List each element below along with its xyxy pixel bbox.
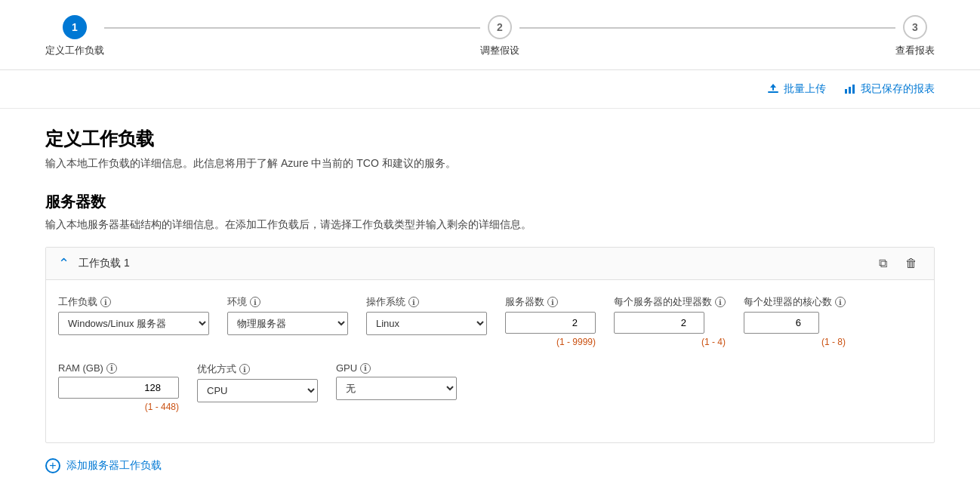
optimize-group: 优化方式 ℹ CPU 内存 存储 bbox=[197, 362, 318, 402]
cores-range: (1 - 8) bbox=[744, 337, 846, 347]
processors-range: (1 - 4) bbox=[614, 337, 726, 347]
environment-select[interactable]: 物理服务器 虚拟机 其他 bbox=[227, 312, 348, 335]
workload-name: 工作负载 1 bbox=[79, 257, 865, 270]
gpu-select[interactable]: 无 有 bbox=[336, 377, 457, 400]
step-2-label: 调整假设 bbox=[480, 44, 519, 57]
svg-rect-0 bbox=[768, 91, 778, 93]
svg-rect-4 bbox=[849, 87, 851, 94]
ram-range: (1 - 448) bbox=[58, 402, 179, 412]
optimize-select[interactable]: CPU 内存 存储 bbox=[197, 379, 318, 402]
server-count-input[interactable] bbox=[505, 312, 596, 334]
optimize-label: 优化方式 ℹ bbox=[197, 362, 318, 376]
svg-rect-5 bbox=[852, 85, 855, 94]
main-content: 定义工作负载 输入本地工作负载的详细信息。此信息将用于了解 Azure 中当前的… bbox=[0, 109, 980, 491]
os-select[interactable]: Linux Windows 混合 bbox=[366, 312, 487, 335]
ram-group: RAM (GB) ℹ (1 - 448) bbox=[58, 362, 179, 412]
delete-workload-button[interactable]: 🗑 bbox=[901, 255, 922, 272]
step-3-circle: 3 bbox=[903, 15, 927, 39]
workload-type-select[interactable]: Windows/Linux 服务器 Windows 服务器 Linux 服务器 … bbox=[58, 312, 209, 335]
server-count-group: 服务器数 ℹ (1 - 9999) bbox=[505, 295, 596, 347]
server-count-range: (1 - 9999) bbox=[505, 337, 596, 347]
os-label: 操作系统 ℹ bbox=[366, 295, 487, 309]
add-workload-button[interactable]: + 添加服务器工作负载 bbox=[45, 458, 162, 473]
ram-input[interactable] bbox=[58, 377, 179, 399]
step-line-1 bbox=[104, 27, 480, 29]
step-line-2 bbox=[519, 27, 895, 29]
page-description: 输入本地工作负载的详细信息。此信息将用于了解 Azure 中当前的 TCO 和建… bbox=[45, 157, 935, 171]
svg-marker-2 bbox=[770, 84, 776, 88]
os-info-icon[interactable]: ℹ bbox=[408, 297, 419, 307]
processors-input[interactable] bbox=[614, 312, 704, 334]
form-row-1: 工作负载 ℹ Windows/Linux 服务器 Windows 服务器 Lin… bbox=[58, 295, 922, 347]
step-2-circle: 2 bbox=[488, 15, 512, 39]
step-3: 3 查看报表 bbox=[895, 15, 935, 57]
processors-label: 每个服务器的处理器数 ℹ bbox=[614, 295, 726, 309]
chart-icon bbox=[844, 83, 856, 95]
workload-header: ⌃ 工作负载 1 ⧉ 🗑 bbox=[46, 248, 934, 280]
cores-group: 每个处理器的核心数 ℹ (1 - 8) bbox=[744, 295, 846, 347]
svg-rect-3 bbox=[845, 89, 847, 94]
chevron-up-icon: ⌃ bbox=[58, 255, 69, 272]
step-3-label: 查看报表 bbox=[895, 44, 935, 57]
environment-label: 环境 ℹ bbox=[227, 295, 348, 309]
step-1-circle: 1 bbox=[63, 15, 87, 39]
os-group: 操作系统 ℹ Linux Windows 混合 bbox=[366, 295, 487, 335]
step-1: 1 定义工作负载 bbox=[45, 15, 104, 57]
my-reports-button[interactable]: 我已保存的报表 bbox=[844, 82, 935, 96]
cores-label: 每个处理器的核心数 ℹ bbox=[744, 295, 846, 309]
upload-icon bbox=[767, 83, 779, 95]
copy-workload-button[interactable]: ⧉ bbox=[874, 255, 892, 272]
processors-group: 每个服务器的处理器数 ℹ (1 - 4) bbox=[614, 295, 726, 347]
ram-label: RAM (GB) ℹ bbox=[58, 362, 179, 374]
add-circle-icon: + bbox=[45, 458, 60, 473]
optimize-info-icon[interactable]: ℹ bbox=[239, 364, 250, 374]
step-1-label: 定义工作负载 bbox=[45, 44, 104, 57]
batch-upload-button[interactable]: 批量上传 bbox=[767, 82, 826, 96]
workload-card-1: ⌃ 工作负载 1 ⧉ 🗑 工作负载 ℹ Windows/Li bbox=[45, 247, 935, 443]
section-title: 服务器数 bbox=[45, 192, 935, 212]
workload-type-label: 工作负载 ℹ bbox=[58, 295, 209, 309]
page-title: 定义工作负载 bbox=[45, 127, 935, 151]
gpu-info-icon[interactable]: ℹ bbox=[360, 363, 371, 374]
section-description: 输入本地服务器基础结构的详细信息。在添加工作负载后，请选择工作负载类型并输入剩余… bbox=[45, 218, 935, 232]
ram-info-icon[interactable]: ℹ bbox=[106, 363, 117, 374]
workload-body: 工作负载 ℹ Windows/Linux 服务器 Windows 服务器 Lin… bbox=[46, 280, 934, 442]
cores-input[interactable] bbox=[744, 312, 819, 334]
trash-icon: 🗑 bbox=[905, 257, 917, 270]
cores-info-icon[interactable]: ℹ bbox=[835, 297, 846, 307]
collapse-button[interactable]: ⌃ bbox=[58, 255, 69, 272]
workload-type-group: 工作负载 ℹ Windows/Linux 服务器 Windows 服务器 Lin… bbox=[58, 295, 209, 335]
environment-info-icon[interactable]: ℹ bbox=[250, 297, 260, 307]
environment-group: 环境 ℹ 物理服务器 虚拟机 其他 bbox=[227, 295, 348, 335]
copy-icon: ⧉ bbox=[879, 257, 887, 270]
server-count-label: 服务器数 ℹ bbox=[505, 295, 596, 309]
gpu-label: GPU ℹ bbox=[336, 362, 457, 374]
step-2: 2 调整假设 bbox=[480, 15, 519, 57]
top-actions-bar: 批量上传 我已保存的报表 bbox=[0, 70, 980, 109]
workload-type-info-icon[interactable]: ℹ bbox=[100, 297, 111, 307]
server-count-info-icon[interactable]: ℹ bbox=[547, 297, 558, 307]
processors-info-icon[interactable]: ℹ bbox=[715, 297, 726, 307]
form-row-2: RAM (GB) ℹ (1 - 448) 优化方式 ℹ CPU 内存 bbox=[58, 362, 922, 412]
gpu-group: GPU ℹ 无 有 bbox=[336, 362, 457, 400]
